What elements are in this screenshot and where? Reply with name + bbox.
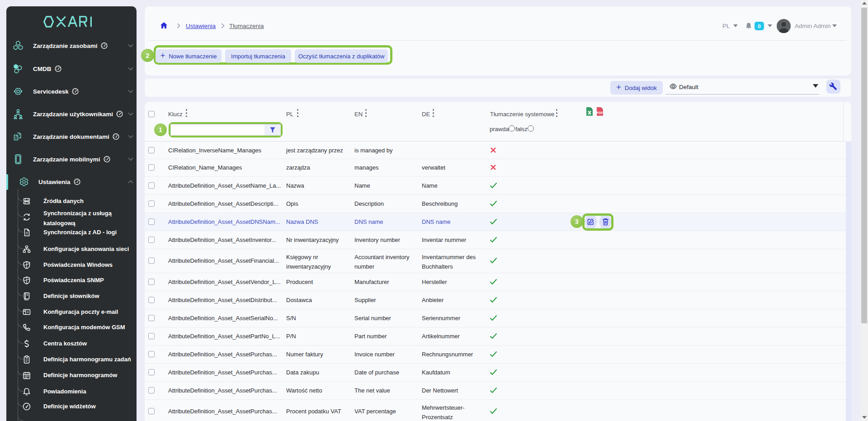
svg-text:PDF: PDF <box>597 111 603 114</box>
